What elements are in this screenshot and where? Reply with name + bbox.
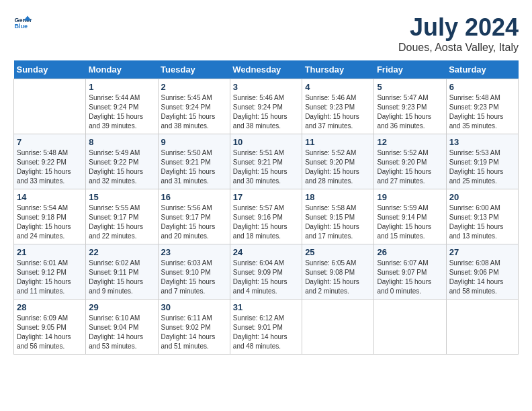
day-info: Sunrise: 5:46 AMSunset: 9:23 PMDaylight:… [305, 93, 371, 131]
table-cell: 16Sunrise: 5:56 AMSunset: 9:17 PMDayligh… [158, 189, 230, 244]
svg-text:Blue: Blue [14, 23, 28, 30]
day-info: Sunrise: 5:57 AMSunset: 9:16 PMDaylight:… [233, 203, 299, 241]
day-number: 29 [89, 302, 154, 312]
day-info: Sunrise: 5:56 AMSunset: 9:17 PMDaylight:… [161, 203, 227, 241]
day-info: Sunrise: 5:50 AMSunset: 9:21 PMDaylight:… [161, 148, 227, 186]
day-info: Sunrise: 5:49 AMSunset: 9:22 PMDaylight:… [89, 148, 154, 186]
table-cell [446, 300, 518, 355]
calendar-header-row: Sunday Monday Tuesday Wednesday Thursday… [14, 60, 519, 79]
day-info: Sunrise: 5:48 AMSunset: 9:22 PMDaylight:… [17, 148, 83, 186]
table-cell: 26Sunrise: 6:07 AMSunset: 9:07 PMDayligh… [374, 244, 446, 300]
table-cell: 25Sunrise: 6:05 AMSunset: 9:08 PMDayligh… [302, 244, 374, 300]
table-cell: 31Sunrise: 6:12 AMSunset: 9:01 PMDayligh… [230, 300, 302, 355]
table-cell: 19Sunrise: 5:59 AMSunset: 9:14 PMDayligh… [374, 189, 446, 244]
day-number: 6 [449, 82, 515, 92]
day-number: 2 [161, 82, 227, 92]
day-info: Sunrise: 6:08 AMSunset: 9:06 PMDaylight:… [449, 259, 515, 296]
month-year-title: July 2024 [398, 13, 519, 42]
day-number: 13 [449, 137, 515, 147]
day-info: Sunrise: 5:52 AMSunset: 9:20 PMDaylight:… [305, 148, 371, 186]
col-friday: Friday [374, 60, 446, 79]
day-number: 7 [17, 137, 83, 147]
table-cell: 28Sunrise: 6:09 AMSunset: 9:05 PMDayligh… [14, 300, 86, 355]
table-cell: 13Sunrise: 5:53 AMSunset: 9:19 PMDayligh… [446, 134, 518, 189]
table-cell: 23Sunrise: 6:03 AMSunset: 9:10 PMDayligh… [158, 244, 230, 300]
table-cell: 12Sunrise: 5:52 AMSunset: 9:20 PMDayligh… [374, 134, 446, 189]
table-cell: 27Sunrise: 6:08 AMSunset: 9:06 PMDayligh… [446, 244, 518, 300]
day-number: 9 [161, 137, 227, 147]
day-info: Sunrise: 5:44 AMSunset: 9:24 PMDaylight:… [89, 93, 154, 131]
day-number: 12 [377, 137, 443, 147]
day-number: 19 [377, 192, 443, 202]
col-thursday: Thursday [302, 60, 374, 79]
table-cell: 14Sunrise: 5:54 AMSunset: 9:18 PMDayligh… [14, 189, 86, 244]
table-cell: 4Sunrise: 5:46 AMSunset: 9:23 PMDaylight… [302, 79, 374, 134]
day-number: 5 [377, 82, 443, 92]
table-cell: 2Sunrise: 5:45 AMSunset: 9:24 PMDaylight… [158, 79, 230, 134]
col-sunday: Sunday [14, 60, 86, 79]
day-info: Sunrise: 5:48 AMSunset: 9:23 PMDaylight:… [449, 93, 515, 131]
week-row-2: 7Sunrise: 5:48 AMSunset: 9:22 PMDaylight… [14, 134, 519, 189]
day-info: Sunrise: 5:46 AMSunset: 9:24 PMDaylight:… [233, 93, 299, 131]
table-cell: 3Sunrise: 5:46 AMSunset: 9:24 PMDaylight… [230, 79, 302, 134]
day-info: Sunrise: 5:54 AMSunset: 9:18 PMDaylight:… [17, 203, 83, 241]
day-number: 11 [305, 137, 371, 147]
table-cell: 8Sunrise: 5:49 AMSunset: 9:22 PMDaylight… [86, 134, 158, 189]
table-cell: 24Sunrise: 6:04 AMSunset: 9:09 PMDayligh… [230, 244, 302, 300]
table-cell: 9Sunrise: 5:50 AMSunset: 9:21 PMDaylight… [158, 134, 230, 189]
day-number: 27 [449, 247, 515, 257]
table-cell: 22Sunrise: 6:02 AMSunset: 9:11 PMDayligh… [86, 244, 158, 300]
day-info: Sunrise: 6:05 AMSunset: 9:08 PMDaylight:… [305, 259, 371, 296]
col-monday: Monday [86, 60, 158, 79]
day-number: 26 [377, 247, 443, 257]
day-info: Sunrise: 6:01 AMSunset: 9:12 PMDaylight:… [17, 259, 83, 296]
page-header: General Blue July 2024 Doues, Aosta Vall… [13, 13, 519, 54]
table-cell: 5Sunrise: 5:47 AMSunset: 9:23 PMDaylight… [374, 79, 446, 134]
day-number: 4 [305, 82, 371, 92]
day-number: 3 [233, 82, 299, 92]
day-info: Sunrise: 6:12 AMSunset: 9:01 PMDaylight:… [233, 314, 299, 351]
day-number: 25 [305, 247, 371, 257]
col-saturday: Saturday [446, 60, 518, 79]
day-number: 20 [449, 192, 515, 202]
table-cell: 21Sunrise: 6:01 AMSunset: 9:12 PMDayligh… [14, 244, 86, 300]
logo-icon: General Blue [13, 13, 32, 32]
day-number: 24 [233, 247, 299, 257]
table-cell: 29Sunrise: 6:10 AMSunset: 9:04 PMDayligh… [86, 300, 158, 355]
calendar-table: Sunday Monday Tuesday Wednesday Thursday… [13, 60, 519, 355]
logo: General Blue [13, 13, 32, 32]
day-number: 31 [233, 302, 299, 312]
table-cell [374, 300, 446, 355]
col-tuesday: Tuesday [158, 60, 230, 79]
week-row-5: 28Sunrise: 6:09 AMSunset: 9:05 PMDayligh… [14, 300, 519, 355]
day-info: Sunrise: 5:53 AMSunset: 9:19 PMDaylight:… [449, 148, 515, 186]
day-number: 14 [17, 192, 83, 202]
day-info: Sunrise: 6:04 AMSunset: 9:09 PMDaylight:… [233, 259, 299, 296]
week-row-4: 21Sunrise: 6:01 AMSunset: 9:12 PMDayligh… [14, 244, 519, 300]
day-number: 17 [233, 192, 299, 202]
day-info: Sunrise: 6:10 AMSunset: 9:04 PMDaylight:… [89, 314, 154, 351]
table-cell: 1Sunrise: 5:44 AMSunset: 9:24 PMDaylight… [86, 79, 158, 134]
day-info: Sunrise: 5:52 AMSunset: 9:20 PMDaylight:… [377, 148, 443, 186]
table-cell: 6Sunrise: 5:48 AMSunset: 9:23 PMDaylight… [446, 79, 518, 134]
day-info: Sunrise: 6:09 AMSunset: 9:05 PMDaylight:… [17, 314, 83, 351]
week-row-3: 14Sunrise: 5:54 AMSunset: 9:18 PMDayligh… [14, 189, 519, 244]
table-cell [302, 300, 374, 355]
col-wednesday: Wednesday [230, 60, 302, 79]
day-info: Sunrise: 5:58 AMSunset: 9:15 PMDaylight:… [305, 203, 371, 241]
day-info: Sunrise: 5:47 AMSunset: 9:23 PMDaylight:… [377, 93, 443, 131]
week-row-1: 1Sunrise: 5:44 AMSunset: 9:24 PMDaylight… [14, 79, 519, 134]
day-number: 10 [233, 137, 299, 147]
day-number: 22 [89, 247, 154, 257]
day-info: Sunrise: 5:51 AMSunset: 9:21 PMDaylight:… [233, 148, 299, 186]
day-info: Sunrise: 6:11 AMSunset: 9:02 PMDaylight:… [161, 314, 227, 351]
day-info: Sunrise: 6:02 AMSunset: 9:11 PMDaylight:… [89, 259, 154, 296]
table-cell: 11Sunrise: 5:52 AMSunset: 9:20 PMDayligh… [302, 134, 374, 189]
day-number: 30 [161, 302, 227, 312]
day-number: 28 [17, 302, 83, 312]
day-number: 8 [89, 137, 154, 147]
table-cell: 30Sunrise: 6:11 AMSunset: 9:02 PMDayligh… [158, 300, 230, 355]
table-cell: 20Sunrise: 6:00 AMSunset: 9:13 PMDayligh… [446, 189, 518, 244]
location-subtitle: Doues, Aosta Valley, Italy [398, 42, 519, 54]
table-cell: 15Sunrise: 5:55 AMSunset: 9:17 PMDayligh… [86, 189, 158, 244]
